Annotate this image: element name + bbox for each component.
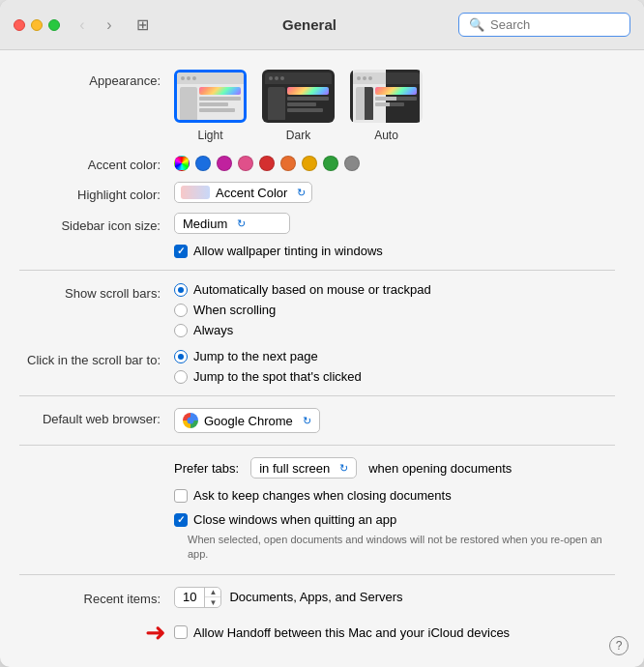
scroll-bars-auto[interactable]: Automatically based on mouse or trackpad <box>174 282 431 297</box>
close-windows-checkbox[interactable] <box>174 513 188 527</box>
handoff-label[interactable]: Allow Handoff between this Mac and your … <box>174 625 510 640</box>
sidebar-icon-label: Sidebar icon size: <box>19 215 174 233</box>
keep-changes-text: Ask to keep changes when closing documen… <box>193 488 452 503</box>
handoff-checkbox[interactable] <box>174 625 188 639</box>
keep-changes-row: Ask to keep changes when closing documen… <box>19 488 615 503</box>
handoff-row: ➜ Allow Handoff between this Mac and you… <box>19 618 615 648</box>
divider-2 <box>19 395 615 396</box>
appearance-dark[interactable]: Dark <box>262 70 335 142</box>
close-button[interactable] <box>14 19 25 31</box>
highlight-value: Accent Color <box>216 186 287 200</box>
divider-4 <box>19 574 615 575</box>
wallpaper-tinting-checkbox[interactable] <box>174 245 188 258</box>
color-gray[interactable] <box>344 156 360 171</box>
stepper-down[interactable]: ▼ <box>205 597 220 607</box>
scroll-click-next-radio[interactable] <box>174 350 188 363</box>
highlight-color-label: Highlight color: <box>19 184 174 202</box>
scroll-click-spot-radio[interactable] <box>174 370 188 384</box>
appearance-light-label: Light <box>197 129 222 142</box>
recent-items-label: Recent items: <box>19 588 174 606</box>
nav-arrows: ‹ › <box>72 14 120 36</box>
red-arrow-icon: ➜ <box>145 618 166 648</box>
scroll-click-row: Click in the scroll bar to: Jump to the … <box>19 349 615 384</box>
keep-changes-label[interactable]: Ask to keep changes when closing documen… <box>174 488 452 503</box>
accent-color-label: Accent color: <box>19 154 174 172</box>
grid-icon[interactable]: ⊞ <box>132 14 153 36</box>
help-button[interactable]: ? <box>609 636 629 655</box>
highlight-color-select[interactable]: Accent Color ↻ <box>174 182 312 203</box>
stepper-arrows: ▲ ▼ <box>205 588 220 607</box>
color-green[interactable] <box>323 156 338 171</box>
appearance-row: Appearance: <box>19 70 615 142</box>
prefer-tabs-arrow: ↻ <box>339 462 348 475</box>
scroll-bars-always[interactable]: Always <box>174 323 431 337</box>
appearance-dark-label: Dark <box>286 129 310 142</box>
scroll-bars-scrolling[interactable]: When scrolling <box>174 303 431 317</box>
highlight-dropdown-arrow: ↻ <box>297 187 306 199</box>
chrome-inner <box>188 418 194 424</box>
color-orange[interactable] <box>280 156 296 171</box>
divider-1 <box>19 270 615 271</box>
scroll-click-label: Click in the scroll bar to: <box>19 349 174 367</box>
accent-colors <box>174 156 360 171</box>
browser-dropdown-arrow: ↻ <box>303 415 311 427</box>
minimize-button[interactable] <box>31 19 43 31</box>
search-box[interactable]: 🔍 <box>458 13 630 37</box>
content-area: Appearance: <box>0 50 644 667</box>
default-browser-value: Google Chrome <box>204 414 293 428</box>
back-button[interactable]: ‹ <box>72 14 93 36</box>
default-browser-select[interactable]: Google Chrome ↻ <box>174 408 320 433</box>
scroll-bars-scrolling-label: When scrolling <box>193 303 276 317</box>
scroll-click-spot-label: Jump to the spot that's clicked <box>193 369 362 384</box>
prefer-tabs-select[interactable]: in full screen ↻ <box>250 457 357 478</box>
highlight-preview <box>181 186 210 199</box>
forward-button[interactable]: › <box>99 14 120 36</box>
scroll-click-next-label: Jump to the next page <box>193 349 318 363</box>
color-blue[interactable] <box>195 156 211 171</box>
scroll-click-next[interactable]: Jump to the next page <box>174 349 362 363</box>
maximize-button[interactable] <box>48 19 60 31</box>
appearance-thumbnail-light[interactable] <box>174 70 247 123</box>
highlight-color-row: Highlight color: Accent Color ↻ <box>19 182 615 203</box>
appearance-label: Appearance: <box>19 70 174 88</box>
color-red[interactable] <box>259 156 275 171</box>
traffic-lights <box>14 19 60 31</box>
wallpaper-tinting-row: Allow wallpaper tinting in windows <box>19 244 615 258</box>
scroll-bars-always-radio[interactable] <box>174 324 188 337</box>
color-yellow[interactable] <box>302 156 317 171</box>
appearance-thumbnail-dark[interactable] <box>262 70 335 123</box>
default-browser-row: Default web browser: Google Chrome ↻ <box>19 408 615 433</box>
scroll-click-options: Jump to the next page Jump to the spot t… <box>174 349 362 384</box>
keep-changes-checkbox[interactable] <box>174 489 188 503</box>
close-windows-text: Close windows when quitting an app <box>193 512 396 527</box>
sidebar-icon-select[interactable]: Medium ↻ <box>174 213 290 234</box>
appearance-auto[interactable]: Auto <box>350 70 423 142</box>
prefer-tabs-label: Prefer tabs: <box>174 461 239 476</box>
sidebar-dropdown-arrow: ↻ <box>237 218 246 230</box>
handoff-text: Allow Handoff between this Mac and your … <box>193 625 510 640</box>
scroll-click-spot[interactable]: Jump to the spot that's clicked <box>174 369 362 384</box>
stepper-up[interactable]: ▲ <box>205 588 220 598</box>
appearance-thumbnail-auto[interactable] <box>350 70 423 123</box>
default-browser-label: Default web browser: <box>19 408 174 426</box>
appearance-light[interactable]: Light <box>174 70 247 142</box>
divider-3 <box>19 445 615 446</box>
search-input[interactable] <box>490 17 620 32</box>
search-icon: 🔍 <box>469 17 484 32</box>
scroll-bars-scrolling-radio[interactable] <box>174 304 188 317</box>
appearance-auto-label: Auto <box>374 129 398 142</box>
close-windows-label[interactable]: Close windows when quitting an app <box>174 512 396 527</box>
recent-items-stepper[interactable]: 10 ▲ ▼ <box>174 587 221 608</box>
recent-items-value: 10 <box>175 588 205 607</box>
color-purple[interactable] <box>217 156 232 171</box>
scroll-bars-row: Show scroll bars: Automatically based on… <box>19 282 615 337</box>
appearance-options: Light <box>174 70 423 142</box>
accent-color-row: Accent color: <box>19 154 615 172</box>
chrome-icon <box>183 413 198 428</box>
wallpaper-tinting-label[interactable]: Allow wallpaper tinting in windows <box>174 244 383 258</box>
wallpaper-tinting-text: Allow wallpaper tinting in windows <box>193 244 383 258</box>
color-pink[interactable] <box>238 156 253 171</box>
color-multicolor[interactable] <box>174 156 190 171</box>
scroll-bars-label: Show scroll bars: <box>19 282 174 301</box>
scroll-bars-auto-radio[interactable] <box>174 283 188 297</box>
